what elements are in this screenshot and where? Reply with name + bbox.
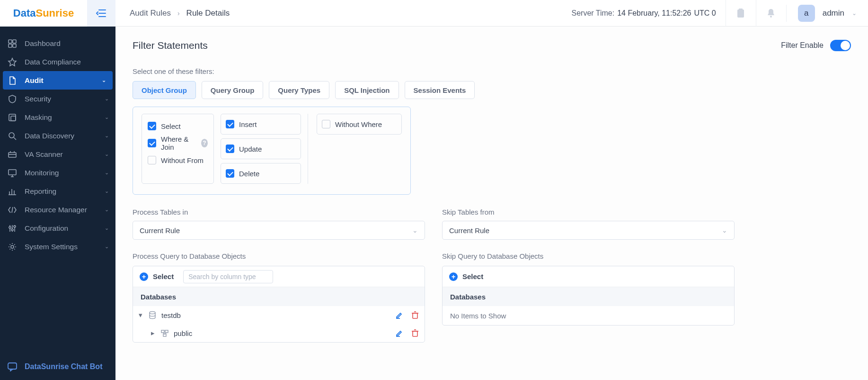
delete-icon[interactable] bbox=[411, 311, 419, 319]
skip-tables-select[interactable]: Current Rule ⌄ bbox=[442, 221, 735, 240]
svg-rect-7 bbox=[13, 40, 16, 43]
tree-row[interactable]: ▸public bbox=[133, 324, 425, 342]
process-tables-label: Process Tables in bbox=[133, 208, 425, 216]
sidebar-item-configuration[interactable]: Configuration⌄ bbox=[0, 219, 115, 237]
checkbox-without-from[interactable]: Without From bbox=[148, 154, 208, 166]
add-icon[interactable]: + bbox=[449, 272, 458, 281]
security-icon bbox=[8, 94, 17, 104]
breadcrumb-parent[interactable]: Audit Rules bbox=[130, 9, 171, 18]
process-query-label: Process Query to Database Objects bbox=[133, 252, 425, 260]
system-settings-icon bbox=[8, 242, 17, 252]
checkbox-icon bbox=[148, 156, 156, 164]
svg-point-33 bbox=[11, 245, 14, 248]
filter-tab-query-group[interactable]: Query Group bbox=[202, 81, 264, 99]
svg-point-30 bbox=[11, 229, 13, 231]
user-menu[interactable]: a admin ⌄ bbox=[786, 5, 868, 22]
checkbox-icon bbox=[322, 120, 330, 128]
svg-point-32 bbox=[14, 226, 16, 227]
svg-rect-4 bbox=[739, 9, 743, 10]
chevron-down-icon: ⌄ bbox=[105, 96, 109, 102]
add-icon[interactable]: + bbox=[140, 272, 148, 281]
svg-line-14 bbox=[14, 137, 16, 140]
avatar: a bbox=[798, 5, 815, 22]
db-icon bbox=[148, 311, 157, 319]
sidebar-item-security[interactable]: Security⌄ bbox=[0, 90, 115, 108]
checkbox-icon bbox=[148, 122, 156, 130]
sidebar-item-system-settings[interactable]: System Settings⌄ bbox=[0, 237, 115, 256]
chevron-down-icon: ⌄ bbox=[105, 188, 109, 194]
object-group-panel: SelectWhere & Join?Without From InsertUp… bbox=[133, 107, 411, 195]
svg-rect-46 bbox=[413, 331, 417, 336]
sidebar-item-va-scanner[interactable]: VA Scanner⌄ bbox=[0, 145, 115, 163]
caret-icon[interactable]: ▾ bbox=[139, 311, 143, 319]
breadcrumb: Audit Rules › Rule Details bbox=[115, 9, 230, 18]
checkbox-where-join[interactable]: Where & Join? bbox=[148, 137, 208, 149]
chevron-down-icon: ⌄ bbox=[105, 114, 109, 120]
process-tables-select[interactable]: Current Rule ⌄ bbox=[133, 221, 425, 240]
chevron-down-icon: ⌄ bbox=[105, 151, 109, 157]
sidebar: DashboardData ComplianceAudit⌄Security⌄M… bbox=[0, 27, 115, 380]
checkbox-insert[interactable]: Insert bbox=[226, 118, 296, 130]
checkbox-icon bbox=[148, 139, 156, 147]
masking-icon bbox=[8, 113, 17, 122]
filter-tab-session-events[interactable]: Session Events bbox=[405, 81, 475, 99]
sidebar-collapse-toggle[interactable] bbox=[87, 0, 115, 27]
search-input[interactable] bbox=[183, 270, 273, 283]
svg-rect-3 bbox=[737, 9, 744, 18]
delete-icon[interactable] bbox=[411, 329, 419, 337]
svg-rect-40 bbox=[161, 330, 164, 333]
svg-rect-9 bbox=[13, 44, 16, 47]
sidebar-item-masking[interactable]: Masking⌄ bbox=[0, 108, 115, 127]
sidebar-item-resource-manager[interactable]: Resource Manager⌄ bbox=[0, 200, 115, 219]
table-header: Databases bbox=[443, 287, 734, 306]
dashboard-icon bbox=[8, 39, 17, 48]
tree-row[interactable]: ▾testdb bbox=[133, 306, 425, 324]
filter-tab-sql-injection[interactable]: SQL Injection bbox=[335, 81, 399, 99]
checkbox-without-where[interactable]: Without Where bbox=[322, 118, 397, 130]
filter-tab-object-group[interactable]: Object Group bbox=[133, 81, 196, 99]
svg-rect-12 bbox=[11, 116, 16, 121]
sidebar-item-data-discovery[interactable]: Data Discovery⌄ bbox=[0, 127, 115, 145]
sidebar-item-reporting[interactable]: Reporting⌄ bbox=[0, 182, 115, 200]
edit-icon[interactable] bbox=[395, 311, 404, 319]
bell-icon[interactable] bbox=[756, 0, 786, 27]
sidebar-item-monitoring[interactable]: Monitoring⌄ bbox=[0, 163, 115, 182]
checkbox-select[interactable]: Select bbox=[148, 120, 208, 132]
svg-rect-6 bbox=[9, 40, 12, 43]
checkbox-icon bbox=[226, 120, 234, 128]
checkbox-icon bbox=[226, 145, 234, 153]
filter-tab-query-types[interactable]: Query Types bbox=[269, 81, 329, 99]
checkbox-update[interactable]: Update bbox=[226, 143, 296, 155]
clipboard-icon[interactable] bbox=[726, 0, 756, 27]
server-time: Server Time: 14 February, 11:52:26 UTC 0 bbox=[572, 9, 726, 18]
logo[interactable]: DataSunrise bbox=[0, 0, 87, 27]
select-button[interactable]: Select bbox=[153, 272, 174, 280]
svg-point-5 bbox=[770, 16, 772, 18]
help-icon[interactable]: ? bbox=[201, 139, 208, 147]
edit-icon[interactable] bbox=[395, 329, 404, 337]
svg-point-13 bbox=[9, 133, 14, 138]
chevron-down-icon: ⌄ bbox=[852, 10, 857, 17]
checkbox-delete[interactable]: Delete bbox=[226, 167, 296, 180]
schema-icon bbox=[160, 329, 169, 337]
filter-enable-label: Filter Enable bbox=[781, 41, 824, 50]
sidebar-item-dashboard[interactable]: Dashboard bbox=[0, 34, 115, 53]
chatbot-link[interactable]: DataSunrise Chat Bot bbox=[0, 353, 115, 380]
process-query-panel: + Select Databases ▾testdb▸public bbox=[133, 266, 425, 343]
svg-point-35 bbox=[150, 312, 155, 314]
monitoring-icon bbox=[8, 168, 17, 178]
filter-enable-toggle[interactable] bbox=[830, 40, 851, 51]
chevron-down-icon: ⌄ bbox=[105, 170, 109, 176]
breadcrumb-sep: › bbox=[177, 9, 180, 17]
checkbox-icon bbox=[226, 169, 234, 178]
sidebar-item-audit[interactable]: Audit⌄ bbox=[3, 71, 113, 90]
table-header: Databases bbox=[133, 287, 425, 306]
username: admin bbox=[823, 9, 844, 18]
data-discovery-icon bbox=[8, 131, 17, 141]
svg-point-28 bbox=[9, 226, 11, 228]
select-button[interactable]: Select bbox=[462, 272, 483, 280]
sidebar-item-data-compliance[interactable]: Data Compliance bbox=[0, 53, 115, 71]
chevron-down-icon: ⌄ bbox=[412, 226, 418, 234]
caret-icon[interactable]: ▸ bbox=[151, 329, 156, 337]
breadcrumb-current: Rule Details bbox=[186, 9, 230, 18]
